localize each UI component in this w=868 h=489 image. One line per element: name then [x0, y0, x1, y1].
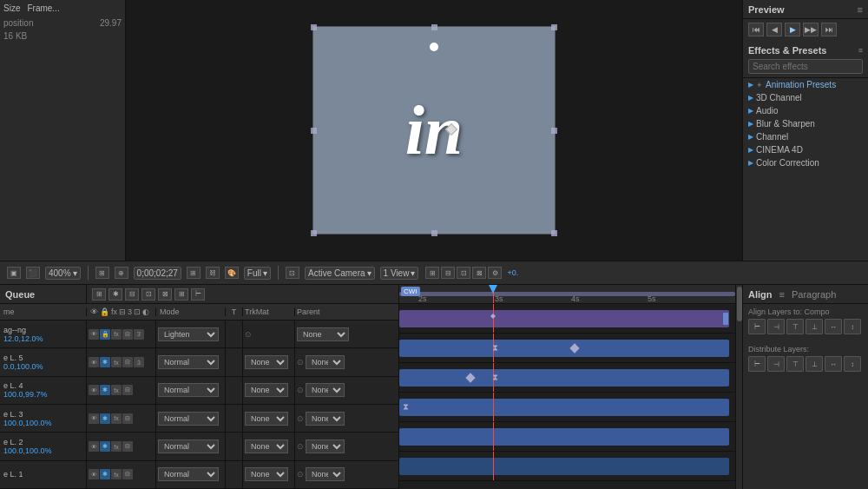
handle-ml[interactable]	[311, 128, 317, 134]
layer-mode-select-0[interactable]: LightenNormal	[158, 327, 219, 341]
layer-fx-3[interactable]: fx	[111, 413, 122, 424]
handle-bc[interactable]	[431, 230, 437, 236]
distribute-top-btn[interactable]: ⊥	[806, 356, 823, 372]
resolution-control[interactable]: Full ▾	[244, 267, 271, 280]
layer-trkmat-select-2[interactable]: None	[245, 383, 288, 397]
align-left-btn[interactable]: ⊢	[748, 319, 766, 334]
paragraph-tab[interactable]: Paragraph	[792, 289, 836, 300]
layer-eye-0[interactable]: 👁	[89, 329, 99, 340]
layer-trkmat-select-4[interactable]: None	[245, 439, 288, 453]
align-menu-icon[interactable]: ≡	[779, 289, 785, 300]
handle-tc[interactable]	[431, 24, 437, 30]
preset-3d-channel[interactable]: ▶ 3D Channel	[743, 91, 868, 104]
effects-menu-icon[interactable]: ≡	[858, 46, 863, 55]
track-bar-1[interactable]	[399, 340, 729, 357]
preview-step-back[interactable]: ◀	[766, 23, 782, 36]
zoom-control[interactable]: 400% ▾	[45, 267, 81, 280]
track-bar-3[interactable]	[399, 399, 729, 416]
preset-animation[interactable]: ▶ ✦ Animation Presets	[743, 78, 868, 91]
layer-lock-1[interactable]: ✱	[100, 357, 110, 367]
preview-play[interactable]: ▶	[785, 23, 800, 36]
handle-tr[interactable]	[551, 24, 557, 30]
timeline-scrollbar[interactable]	[735, 285, 742, 489]
tool-icon-4[interactable]: ⊕	[115, 267, 128, 279]
layer-frame-2[interactable]: ⊟	[122, 385, 133, 395]
layer-frame-3[interactable]: ⊟	[122, 413, 133, 424]
tool-icon-5[interactable]: ⊞	[187, 267, 201, 279]
layer-lock-2[interactable]: ✱	[100, 385, 110, 395]
layer-parent-select-1[interactable]: None	[306, 355, 345, 369]
layer-fx-2[interactable]: fx	[111, 385, 122, 395]
layer-lock-3[interactable]: ✱	[100, 413, 110, 424]
layer-eye-2[interactable]: 👁	[89, 385, 99, 395]
preview-step-forward[interactable]: ▶▶	[803, 23, 819, 36]
tool-icon-3[interactable]: ⊞	[95, 267, 109, 279]
preview-canvas[interactable]: in	[312, 26, 556, 235]
layer-fx-4[interactable]: fx	[111, 441, 122, 452]
tool-icon-6[interactable]: ⛓	[206, 267, 220, 279]
layer-mode-select-2[interactable]: Normal	[158, 383, 219, 397]
tool-icon-1[interactable]: ▣	[7, 267, 21, 279]
tl-ctrl-1[interactable]: ⊞	[92, 288, 106, 301]
track-bar-0[interactable]	[399, 310, 729, 327]
view-layout-3[interactable]: ⊡	[457, 267, 470, 279]
handle-mr[interactable]	[551, 128, 557, 134]
layer-3d-1[interactable]: 3	[134, 357, 144, 367]
tl-ctrl-7[interactable]: ⊢	[191, 288, 205, 301]
layer-parent-select-3[interactable]: None	[306, 412, 345, 426]
layer-parent-select-5[interactable]: None	[306, 467, 345, 481]
preview-skip-forward[interactable]: ⏭	[821, 23, 837, 36]
layer-parent-select-2[interactable]: None	[306, 383, 345, 397]
layer-lock-5[interactable]: ✱	[100, 469, 110, 479]
work-area-bar[interactable]	[399, 292, 735, 296]
view-control[interactable]: 1 View ▾	[380, 267, 419, 280]
layer-trkmat-select-1[interactable]: None	[245, 355, 288, 369]
layer-mode-select-1[interactable]: Normal	[158, 355, 219, 369]
track-bar-4[interactable]	[399, 428, 729, 446]
preview-skip-back[interactable]: ⏮	[748, 23, 764, 36]
time-playhead[interactable]	[493, 285, 494, 303]
time-ruler[interactable]: CWI 2s 3s 4s 5s	[399, 285, 735, 304]
distribute-center-v-btn[interactable]: ↔	[825, 356, 842, 372]
handle-bl[interactable]	[311, 230, 317, 236]
view-settings[interactable]: ⚙	[488, 267, 502, 279]
tl-ctrl-3[interactable]: ⊟	[125, 288, 139, 301]
keyframe-3a[interactable]: ⧗	[403, 402, 409, 413]
layer-trkmat-select-5[interactable]: None	[245, 467, 288, 481]
track-handle-right-0[interactable]	[723, 313, 728, 325]
tl-ctrl-2[interactable]: ✱	[108, 288, 122, 301]
keyframe-1b[interactable]: ⧗	[492, 343, 498, 354]
tool-icon-8[interactable]: ⊡	[286, 267, 299, 279]
distribute-left-btn[interactable]: ⊢	[748, 356, 766, 372]
preset-blur-sharpen[interactable]: ▶ Blur & Sharpen	[743, 117, 868, 130]
view-layout-2[interactable]: ⊟	[441, 267, 455, 279]
distribute-bottom-btn[interactable]: ↕	[844, 356, 861, 372]
layer-parent-select-4[interactable]: None	[306, 439, 345, 453]
layer-frame-0[interactable]: ⊟	[122, 329, 133, 340]
preview-menu-icon[interactable]: ≡	[858, 4, 863, 15]
layer-mode-select-5[interactable]: Normal	[158, 467, 219, 481]
preset-channel[interactable]: ▶ Channel	[743, 130, 868, 143]
layer-eye-4[interactable]: 👁	[89, 441, 99, 452]
distribute-center-h-btn[interactable]: ⊣	[767, 356, 785, 372]
tool-icon-7[interactable]: 🎨	[225, 267, 239, 279]
layer-eye-5[interactable]: 👁	[89, 469, 99, 479]
tl-ctrl-4[interactable]: ⊡	[141, 288, 155, 301]
layer-fx-5[interactable]: fx	[111, 469, 122, 479]
align-center-h-btn[interactable]: ⊣	[767, 319, 785, 334]
layer-frame-5[interactable]: ⊟	[122, 469, 133, 479]
layer-mode-select-4[interactable]: Normal	[158, 439, 219, 453]
layer-frame-1[interactable]: ⊟	[122, 357, 133, 367]
layer-frame-4[interactable]: ⊟	[122, 441, 133, 452]
preset-cinema4d[interactable]: ▶ CINEMA 4D	[743, 143, 868, 156]
layer-lock-0[interactable]: 🔒	[100, 329, 110, 340]
handle-tl[interactable]	[311, 24, 317, 30]
distribute-right-btn[interactable]: ⊤	[786, 356, 804, 372]
timecode-display[interactable]: 0;00;02;27	[134, 267, 181, 280]
layer-eye-1[interactable]: 👁	[89, 357, 99, 367]
effects-search-input[interactable]	[748, 59, 863, 74]
preset-audio[interactable]: ▶ Audio	[743, 104, 868, 117]
layer-parent-select-0[interactable]: None	[297, 327, 349, 341]
layer-eye-3[interactable]: 👁	[89, 413, 99, 424]
camera-control[interactable]: Active Camera ▾	[305, 267, 375, 280]
